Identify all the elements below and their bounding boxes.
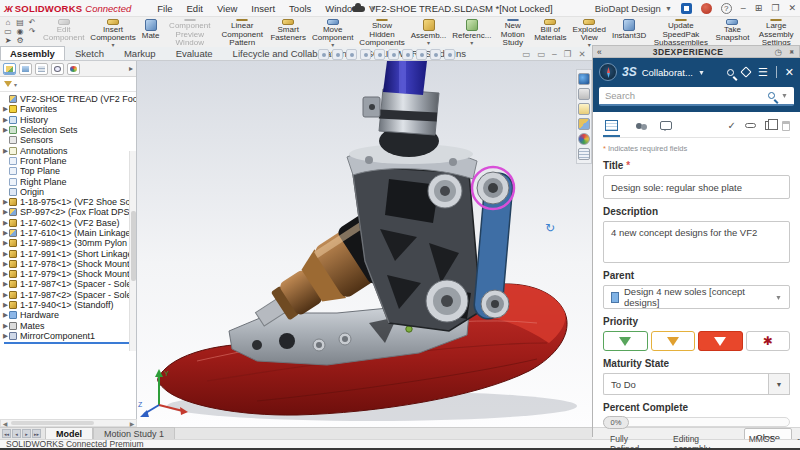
tree-item[interactable]: ▶ 1-17-987<2> (Spacer - Sole): [2, 290, 136, 300]
lifecycle-status-icon[interactable]: ◉: [17, 27, 24, 36]
ribbon-button[interactable]: Assemb... ▾: [408, 17, 450, 47]
expand-arrow-icon[interactable]: ▶: [2, 260, 9, 268]
expand-arrow-icon[interactable]: ▶: [2, 147, 9, 155]
undo-icon[interactable]: ↶: [29, 18, 36, 27]
tree-item[interactable]: ▶ 1-18-975<1> (VF2 Shoe Sole w/ Tread): [2, 197, 136, 207]
design-library-icon[interactable]: [578, 118, 590, 130]
tree-item[interactable]: ▶ History: [2, 115, 136, 125]
expand-arrow-icon[interactable]: ▶: [2, 291, 9, 299]
appearances-icon[interactable]: [416, 49, 427, 60]
display-manager-tab[interactable]: [67, 63, 80, 75]
doc-restore-icon[interactable]: ❐: [564, 49, 572, 59]
zoom-area-icon[interactable]: [332, 49, 343, 60]
doc-close-icon[interactable]: ✕: [578, 49, 585, 59]
view-settings-icon[interactable]: [444, 49, 455, 60]
ribbon-button[interactable]: Edit Component ▾: [40, 17, 87, 47]
ribbon-button[interactable]: Large Assembly Settings ▾: [752, 17, 800, 47]
priority-urgent-button[interactable]: ✱: [746, 331, 791, 351]
tree-item[interactable]: ▶ Selection Sets: [2, 125, 136, 135]
accept-icon[interactable]: ✓: [728, 120, 736, 131]
select-arrow-icon[interactable]: ➤: [5, 36, 12, 45]
ribbon-button[interactable]: Update SpeedPak Subassemblies ▾: [649, 17, 712, 47]
close-button[interactable]: ✕: [788, 3, 796, 13]
expand-arrow-icon[interactable]: ▶: [2, 332, 9, 340]
tree-item[interactable]: ▶ 1-17-610<1> (Main Linkage Assembly): [2, 228, 136, 238]
next-tab-icon[interactable]: ▸: [22, 429, 31, 438]
3d-model[interactable]: Y Z: [137, 61, 592, 427]
last-tab-icon[interactable]: ▸▸: [32, 429, 41, 438]
tree-horizontal-scrollbar[interactable]: ◀ ▶: [0, 419, 137, 427]
redo-icon[interactable]: ↷: [29, 27, 36, 36]
menu-item[interactable]: File: [157, 3, 172, 14]
tab-model[interactable]: Model: [45, 427, 93, 439]
priority-high-button-selected[interactable]: [698, 331, 743, 351]
scroll-left-icon[interactable]: ◀: [1, 420, 9, 427]
tree-item[interactable]: ▶ 1-17-989<1> (30mm Pylon Clamp): [2, 238, 136, 248]
tree-item[interactable]: ▶ 1-17-602<1> (VF2 Base): [2, 218, 136, 228]
panel-pin-icon[interactable]: ✦: [785, 45, 797, 57]
menu-item[interactable]: Edit: [187, 3, 203, 14]
expand-arrow-icon[interactable]: ▶: [2, 311, 9, 319]
app-switcher[interactable]: Collaborat...: [642, 67, 693, 78]
dropdown-arrow-icon[interactable]: ▼: [768, 373, 790, 395]
menu-item[interactable]: View: [217, 3, 237, 14]
more-tabs-icon[interactable]: ▸: [129, 64, 133, 73]
tab-motion-study[interactable]: Motion Study 1: [93, 427, 175, 439]
percent-complete-slider[interactable]: 0%: [603, 417, 790, 427]
ribbon-button[interactable]: Show Hidden Components ▾: [356, 17, 407, 47]
tree-item[interactable]: ▶ Hardware: [2, 310, 136, 320]
parent-select[interactable]: Design 4 new soles [concept designs] ▼: [603, 285, 790, 309]
ribbon-button[interactable]: Linear Component Pattern ▾: [217, 17, 267, 47]
tag-icon[interactable]: [740, 66, 751, 77]
slider-handle[interactable]: 0%: [603, 416, 629, 429]
tab-members[interactable]: [634, 114, 644, 137]
save-icon[interactable]: ▤: [16, 18, 24, 27]
expand-arrow-icon[interactable]: ▶: [2, 208, 9, 216]
expand-arrow-icon[interactable]: ▶: [2, 280, 9, 288]
expand-arrow-icon[interactable]: ▶: [2, 301, 9, 309]
ribbon-button[interactable]: Mate ▾: [139, 17, 163, 47]
tree-item[interactable]: ▶ 1-17-940<1> (Standoff): [2, 300, 136, 310]
custom-properties-icon[interactable]: [578, 148, 590, 160]
delete-icon[interactable]: [782, 121, 790, 131]
file-explorer-icon[interactable]: [578, 103, 590, 115]
tab-comments[interactable]: [658, 114, 674, 137]
platform-apps-icon[interactable]: [681, 3, 692, 14]
tree-item[interactable]: ▶ Origin: [2, 187, 136, 197]
tile-icon[interactable]: ▭: [537, 49, 545, 59]
cascade-icon[interactable]: ▭: [522, 49, 530, 59]
tree-item[interactable]: ▶ Annotations: [2, 145, 136, 155]
section-view-icon[interactable]: [360, 49, 371, 60]
tree-scrollbar[interactable]: [129, 151, 136, 351]
appearances-scenes-icon[interactable]: [578, 133, 590, 145]
chevron-down-icon[interactable]: ▼: [698, 69, 705, 76]
search-input[interactable]: Search ▼: [599, 87, 794, 106]
expand-arrow-icon[interactable]: ▶: [2, 126, 9, 134]
tree-item[interactable]: ▶ MirrorComponent1: [2, 331, 136, 341]
workspace-selector[interactable]: BioDapt Design ▼: [595, 3, 672, 14]
ribbon-button[interactable]: Move Component ▾: [309, 17, 356, 47]
prev-tab-icon[interactable]: ◂: [12, 429, 21, 438]
help-icon[interactable]: ?: [721, 3, 732, 14]
description-field[interactable]: 4 new concept designs for the VF2: [603, 221, 790, 263]
panel-close-icon[interactable]: ✕: [785, 66, 794, 79]
ribbon-button[interactable]: Component Preview Window ▾: [163, 17, 218, 47]
expand-arrow-icon[interactable]: ▶: [2, 198, 9, 206]
ribbon-button[interactable]: Referenc... ▾: [449, 17, 494, 47]
ribbon-button[interactable]: Take Snapshot ▾: [713, 17, 753, 47]
priority-medium-button[interactable]: [651, 331, 696, 351]
priority-low-button[interactable]: [603, 331, 648, 351]
menu-item[interactable]: Tools: [289, 3, 311, 14]
expand-arrow-icon[interactable]: ▶: [2, 270, 9, 278]
link-icon[interactable]: [745, 123, 756, 128]
tree-item[interactable]: ▶ Front Plane: [2, 156, 136, 166]
expand-arrow-icon[interactable]: ▶: [2, 239, 9, 247]
ribbon-button[interactable]: Bill of Materials ▾: [531, 17, 569, 47]
title-field[interactable]: Design sole: regular shoe plate: [603, 175, 790, 199]
scene-icon[interactable]: [430, 49, 441, 60]
ribbon-button[interactable]: Insert Components ▾: [87, 17, 138, 47]
search-icon[interactable]: [727, 69, 734, 76]
expand-arrow-icon[interactable]: ▶: [2, 250, 9, 258]
ribbon-button[interactable]: Smart Fasteners ▾: [267, 17, 309, 47]
new-document-icon[interactable]: ▭: [4, 27, 12, 36]
